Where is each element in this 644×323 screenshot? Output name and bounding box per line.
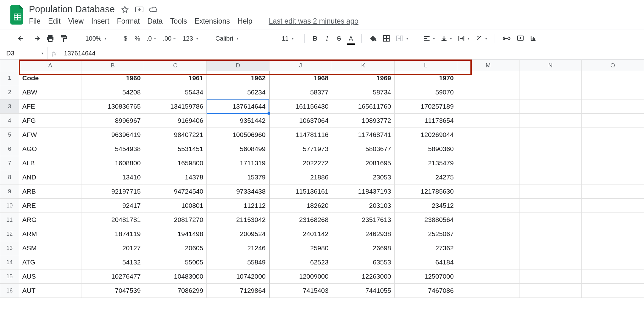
currency-button[interactable]: $ <box>121 33 130 44</box>
row-header[interactable]: 6 <box>0 142 19 156</box>
cell[interactable] <box>581 284 644 298</box>
cell[interactable]: 10637064 <box>269 114 332 128</box>
cell[interactable]: 56234 <box>207 85 269 99</box>
cell[interactable] <box>519 227 581 241</box>
cell[interactable]: 112112 <box>207 199 269 213</box>
cell[interactable]: 100506960 <box>207 128 269 142</box>
cell[interactable] <box>581 213 644 227</box>
cell[interactable]: 1970 <box>394 71 457 85</box>
paint-format-button[interactable] <box>58 33 69 44</box>
cloud-status-icon[interactable] <box>149 5 158 14</box>
cell[interactable]: 2022272 <box>269 156 332 170</box>
cell[interactable]: 97334438 <box>207 184 269 199</box>
cell[interactable]: 5890360 <box>394 142 457 156</box>
menu-format[interactable]: Format <box>117 17 140 26</box>
cell[interactable] <box>457 128 519 142</box>
menu-extensions[interactable]: Extensions <box>195 17 230 26</box>
cell[interactable]: 21246 <box>207 241 269 255</box>
cell[interactable] <box>519 99 581 114</box>
col-header-N[interactable]: N <box>519 60 581 71</box>
cell[interactable]: 100801 <box>144 199 207 213</box>
cell[interactable] <box>519 269 581 284</box>
cell[interactable] <box>457 170 519 184</box>
cell[interactable]: 12507000 <box>394 269 457 284</box>
cell[interactable] <box>457 156 519 170</box>
cell[interactable]: 14378 <box>144 170 207 184</box>
menu-tools[interactable]: Tools <box>170 17 187 26</box>
menu-view[interactable]: View <box>68 17 84 26</box>
cell[interactable]: 1659800 <box>144 156 207 170</box>
cell[interactable] <box>457 213 519 227</box>
cell[interactable]: 170257189 <box>394 99 457 114</box>
chart-button[interactable] <box>528 33 538 44</box>
cell[interactable]: ARB <box>19 184 81 199</box>
cell[interactable] <box>519 184 581 199</box>
cell[interactable] <box>457 114 519 128</box>
cell[interactable]: 10893772 <box>332 114 394 128</box>
menu-insert[interactable]: Insert <box>91 17 109 26</box>
cell[interactable]: 114781116 <box>269 128 332 142</box>
cell[interactable]: 117468741 <box>332 128 394 142</box>
cell[interactable] <box>457 142 519 156</box>
cell[interactable]: 23517613 <box>332 213 394 227</box>
cell[interactable]: 5771973 <box>269 142 332 156</box>
cell[interactable]: 20481781 <box>81 213 144 227</box>
menu-help[interactable]: Help <box>237 17 252 26</box>
cell[interactable]: 9351442 <box>207 114 269 128</box>
cell[interactable]: ARM <box>19 227 81 241</box>
col-header-K[interactable]: K <box>332 60 394 71</box>
row-header[interactable]: 2 <box>0 85 19 99</box>
cell[interactable] <box>581 99 644 114</box>
cell[interactable] <box>581 85 644 99</box>
cell[interactable]: AUS <box>19 269 81 284</box>
cell[interactable]: AFG <box>19 114 81 128</box>
decrease-decimal-button[interactable]: .0← <box>145 33 158 44</box>
fill-color-button[interactable] <box>367 33 379 44</box>
cell[interactable]: 118437193 <box>332 184 394 199</box>
cell[interactable] <box>581 142 644 156</box>
cell[interactable] <box>581 269 644 284</box>
cell[interactable] <box>581 184 644 199</box>
cell[interactable]: 1968 <box>269 71 332 85</box>
cell[interactable] <box>581 170 644 184</box>
cell[interactable]: 92197715 <box>81 184 144 199</box>
cell[interactable]: 13410 <box>81 170 144 184</box>
cell[interactable] <box>519 142 581 156</box>
menu-file[interactable]: File <box>29 17 41 26</box>
cell[interactable] <box>457 184 519 199</box>
cell[interactable]: 12263000 <box>332 269 394 284</box>
cell[interactable]: 10276477 <box>81 269 144 284</box>
cell[interactable]: 1960 <box>81 71 144 85</box>
cell[interactable]: 182620 <box>269 199 332 213</box>
row-header[interactable]: 10 <box>0 199 19 213</box>
cell[interactable]: 20605 <box>144 241 207 255</box>
col-header-A[interactable]: A <box>19 60 81 71</box>
cell[interactable]: 137614644 <box>207 99 269 114</box>
redo-button[interactable] <box>30 33 42 44</box>
cell[interactable]: 23053 <box>332 170 394 184</box>
row-header[interactable]: 5 <box>0 128 19 142</box>
cell[interactable] <box>519 114 581 128</box>
cell[interactable] <box>457 255 519 269</box>
cell[interactable]: 23880564 <box>394 213 457 227</box>
strike-button[interactable]: S <box>334 33 344 44</box>
cell[interactable]: 2525067 <box>394 227 457 241</box>
cell[interactable] <box>581 128 644 142</box>
cell[interactable] <box>519 199 581 213</box>
cell[interactable]: ARE <box>19 199 81 213</box>
cell[interactable]: 2462938 <box>332 227 394 241</box>
cell[interactable]: AUT <box>19 284 81 298</box>
merge-cells-button[interactable] <box>394 33 410 44</box>
cell[interactable]: 5454938 <box>81 142 144 156</box>
row-header[interactable]: 7 <box>0 156 19 170</box>
cell[interactable]: 1941498 <box>144 227 207 241</box>
cell[interactable]: 11173654 <box>394 114 457 128</box>
cell[interactable]: 59070 <box>394 85 457 99</box>
cell[interactable] <box>519 71 581 85</box>
cell[interactable]: 7129864 <box>207 284 269 298</box>
cell[interactable] <box>581 156 644 170</box>
cell[interactable]: 7467086 <box>394 284 457 298</box>
cell[interactable]: 5803677 <box>332 142 394 156</box>
cell[interactable] <box>457 99 519 114</box>
h-align-button[interactable] <box>422 33 437 44</box>
